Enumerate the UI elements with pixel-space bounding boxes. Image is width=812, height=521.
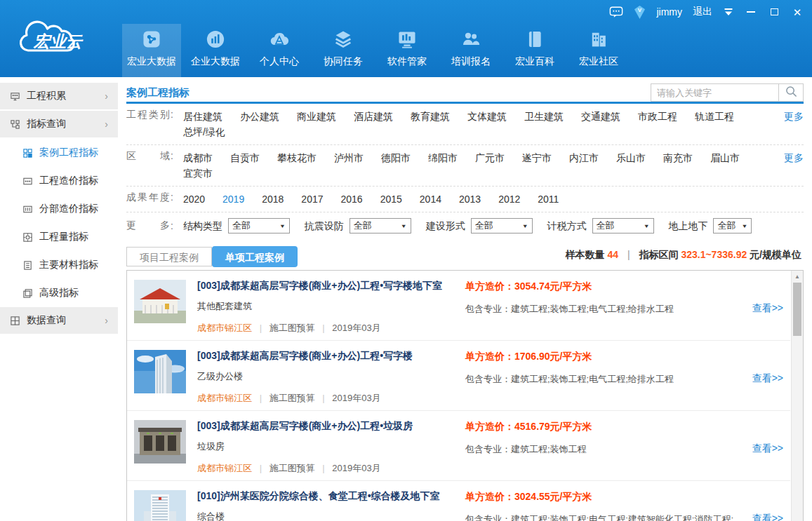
dropdown-select[interactable]: 全部 ▼ [713, 218, 752, 234]
item-thumbnail[interactable] [134, 420, 186, 464]
dropdown-select[interactable]: 全部 ▼ [471, 218, 533, 234]
filter-select-group: 抗震设防 全部 ▼ [305, 218, 411, 234]
filter-option[interactable]: 卫生建筑 [524, 109, 564, 124]
view-link[interactable]: 查看>> [752, 302, 783, 315]
filter-option[interactable]: 德阳市 [381, 150, 411, 165]
nav-item[interactable]: 培训报名 [441, 24, 500, 77]
filter-option[interactable]: 成都市 [183, 150, 213, 165]
item-location: 成都市锦江区 [197, 393, 252, 403]
filter-option[interactable]: 办公建筑 [240, 109, 279, 124]
tab[interactable]: 项目工程案例 [126, 247, 212, 266]
vip-badge-icon[interactable]: V [634, 6, 646, 19]
filter-option[interactable]: 教育建筑 [411, 109, 450, 124]
view-link[interactable]: 查看>> [752, 513, 783, 521]
item-title-link[interactable]: [003]成都某超高层写字楼(商业+办公)工程•写字楼 [197, 350, 454, 363]
nav-item[interactable]: 协同任务 [314, 24, 373, 77]
filter-option-year[interactable]: 2015 [380, 191, 402, 207]
nav-item[interactable]: 宏业大数据 [122, 24, 181, 77]
nav-item-icon [441, 29, 500, 54]
filter-option[interactable]: 泸州市 [334, 150, 364, 165]
filter-option[interactable]: 交通建筑 [581, 109, 620, 124]
scroll-up-icon[interactable]: ▲ [792, 271, 803, 282]
sidebar-item[interactable]: 高级指标 [0, 279, 118, 307]
chevron-down-icon: ▼ [279, 219, 286, 233]
close-button[interactable]: ✕ [791, 6, 804, 18]
filter-option[interactable]: 乐山市 [616, 150, 646, 165]
tab[interactable]: 单项工程案例 [212, 246, 298, 267]
item-subtitle: 垃圾房 [197, 440, 454, 453]
filter-option[interactable]: 酒店建筑 [354, 109, 393, 124]
filter-option[interactable]: 轨道工程 [695, 109, 734, 124]
sidebar-item[interactable]: 案例工程指标 [0, 139, 118, 167]
scrollbar-thumb[interactable] [793, 283, 801, 336]
messages-icon[interactable] [609, 6, 623, 19]
filter-option-year[interactable]: 2011 [538, 191, 559, 207]
item-title-link[interactable]: [003]成都某超高层写字楼(商业+办公)工程•垃圾房 [197, 420, 454, 433]
filter-option-year[interactable]: 2017 [301, 191, 323, 207]
filter-option[interactable]: 攀枝花市 [277, 150, 317, 165]
main-content: 案例工程指标 工程类别 : 居住建筑办公建筑商业建筑酒店建筑教育建筑文体建筑卫生… [118, 77, 812, 521]
sidebar-item[interactable]: 分部造价指标 [0, 195, 118, 223]
filter-option[interactable]: 居住建筑 [183, 109, 222, 124]
sidebar-item[interactable]: 数据查询 › [0, 307, 118, 334]
search-button[interactable] [778, 83, 804, 102]
item-title-link[interactable]: [003]成都某超高层写字楼(商业+办公)工程•写字楼地下室 [197, 280, 454, 292]
filter-option-year[interactable]: 2020 [183, 191, 205, 207]
sidebar-item-label: 数据查询 [27, 314, 66, 327]
filter-option-year[interactable]: 2016 [341, 191, 363, 207]
sidebar-item[interactable]: 工程量指标 [0, 223, 118, 251]
sidebar-item[interactable]: 工程积累 › [0, 83, 118, 109]
item-thumbnail[interactable] [134, 280, 186, 323]
nav-item[interactable]: 宏业百科 [505, 24, 564, 77]
filter-option-year[interactable]: 2018 [262, 191, 284, 207]
item-meta: 成都市锦江区 | 施工图预算 | 2019年03月 [197, 392, 454, 405]
filter-option-year[interactable]: 2019 [222, 191, 244, 207]
item-thumbnail[interactable] [134, 490, 186, 521]
nav-item[interactable]: 宏业社区 [569, 24, 628, 77]
filter-option[interactable]: 遂宁市 [522, 150, 552, 165]
filter-option[interactable]: 眉山市 [710, 150, 740, 165]
filter-option[interactable]: 文体建筑 [467, 109, 507, 124]
filter-option[interactable]: 绵阳市 [428, 150, 458, 165]
minimize-button[interactable] [745, 6, 757, 18]
filter-option-year[interactable]: 2012 [498, 191, 520, 207]
sidebar-item[interactable]: 指标查询 › [0, 111, 118, 137]
filter-option[interactable]: 商业建筑 [297, 109, 336, 124]
view-link[interactable]: 查看>> [752, 442, 783, 455]
nav-item-icon [122, 29, 181, 54]
sidebar-item-label: 工程造价指标 [39, 175, 98, 187]
logout-button[interactable]: 退出 [693, 6, 712, 18]
filter-option-year[interactable]: 2014 [420, 191, 441, 207]
nav-item[interactable]: 软件管家 [378, 24, 437, 77]
skin-menu-icon[interactable] [723, 7, 734, 17]
nav-item[interactable]: 企业大数据 [186, 24, 245, 77]
item-meta: 成都市锦江区 | 施工图预算 | 2019年03月 [197, 322, 454, 334]
username[interactable]: jimmy [656, 6, 682, 18]
dropdown-select[interactable]: 全部 ▼ [350, 218, 411, 234]
filter-option[interactable]: 总坪/绿化 [183, 124, 225, 140]
view-link[interactable]: 查看>> [752, 372, 783, 385]
item-thumbnail[interactable] [134, 350, 186, 393]
filter-option[interactable]: 广元市 [475, 150, 505, 165]
maximize-button[interactable] [768, 6, 780, 18]
nav-item[interactable]: 个人中心 [250, 24, 309, 77]
dropdown-select[interactable]: 全部 ▼ [228, 218, 290, 234]
svg-text:V: V [638, 7, 642, 13]
filter-row-category: 工程类别 : 居住建筑办公建筑商业建筑酒店建筑教育建筑文体建筑卫生建筑交通建筑市… [126, 104, 804, 145]
filter-option[interactable]: 自贡市 [230, 150, 260, 165]
sidebar-item[interactable]: 工程造价指标 [0, 167, 118, 195]
filter-option[interactable]: 内江市 [569, 150, 599, 165]
vertical-scrollbar[interactable]: ▲ ▼ [791, 271, 803, 521]
more-link[interactable]: 更多 [784, 150, 804, 165]
filter-option-year[interactable]: 2013 [459, 191, 481, 207]
more-link[interactable]: 更多 [784, 109, 804, 124]
filter-option[interactable]: 宜宾市 [183, 165, 213, 181]
sidebar-item[interactable]: 主要材料指标 [0, 251, 118, 279]
dropdown-select[interactable]: 全部 ▼ [592, 218, 654, 234]
item-title-link[interactable]: [010]泸州某医院分院综合楼、食堂工程•综合楼及地下室 [197, 490, 454, 503]
filter-option[interactable]: 市政工程 [638, 109, 677, 124]
search-input[interactable] [651, 83, 778, 102]
filter-option[interactable]: 南充市 [663, 150, 693, 165]
sidebar-item-label: 工程量指标 [39, 231, 88, 243]
list-item: [003]成都某超高层写字楼(商业+办公)工程•写字楼 乙级办公楼 成都市锦江区… [127, 341, 790, 411]
